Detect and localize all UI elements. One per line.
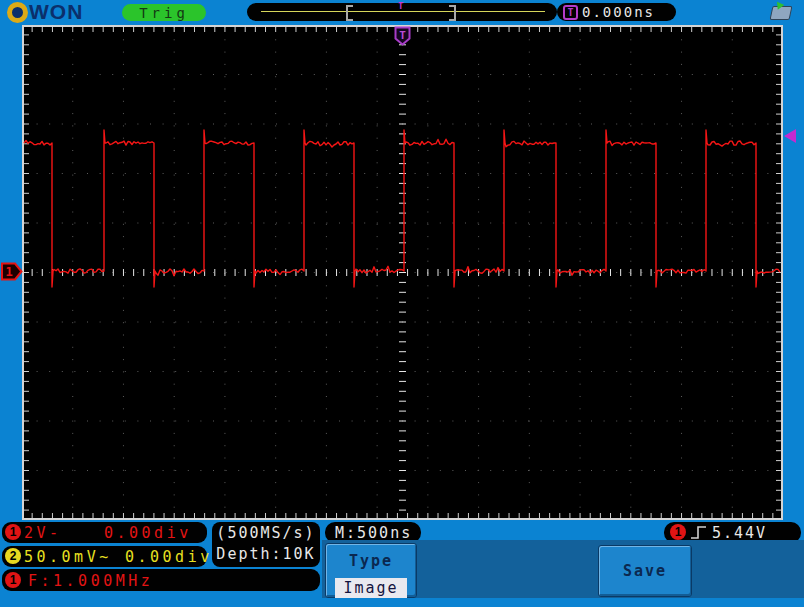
freq-measure-readout: 1 F:1.000MHz [2, 569, 320, 591]
type-value: Image [335, 578, 407, 598]
ch1-status-readout: 1 2V- 0.00div [2, 522, 207, 543]
ch1-level-marker[interactable]: 1 [1, 262, 23, 281]
sample-rate: (500MS/s) [212, 524, 320, 542]
ch1-scale: 2V- [24, 524, 62, 542]
window-bracket-left [346, 5, 353, 21]
usb-storage-icon [771, 6, 791, 20]
trigger-position-shield[interactable]: T [394, 26, 411, 46]
ch1-marker-number: 1 [5, 265, 12, 279]
save-label: Save [623, 562, 667, 580]
freq-value: F:1.000MHz [28, 572, 153, 590]
type-button[interactable]: Type Image [325, 543, 417, 598]
hpos-trigger-marker[interactable]: T [398, 1, 403, 11]
save-button[interactable]: Save [598, 545, 692, 597]
waveform-grid [22, 25, 783, 520]
ch2-status-readout: 2 50.0mV~ 0.00div [2, 546, 207, 567]
ch2-offset: 0.00div [125, 548, 213, 566]
owon-logo: WON [7, 1, 83, 23]
ch1-offset: 0.00div [104, 524, 192, 542]
owon-logo-text: WON [29, 0, 83, 24]
horizontal-position-bar: T [247, 3, 557, 21]
trigger-t-icon: T [563, 5, 578, 20]
rising-edge-icon [690, 525, 708, 540]
type-label: Type [326, 552, 416, 570]
trig-status-label: Trig [139, 5, 189, 21]
oscilloscope-screen: WON Trig T T 0.000ns T 1 1 2V- [0, 0, 804, 607]
owon-logo-o-icon [7, 2, 28, 23]
softkey-menu-panel: Type Image Save [322, 540, 804, 598]
acquire-readout: (500MS/s) Depth:10K [212, 522, 320, 567]
ch2-badge: 2 [5, 548, 21, 564]
freq-source-badge: 1 [5, 572, 21, 588]
trigger-shield-letter: T [399, 29, 406, 42]
trigger-time-readout: T 0.000ns [557, 3, 676, 21]
ch2-scale: 50.0mV~ [24, 548, 112, 566]
trigger-level-arrow[interactable] [784, 129, 796, 143]
record-depth: Depth:10K [212, 545, 320, 563]
ch1-badge: 1 [5, 524, 21, 540]
trigger-time-value: 0.000ns [582, 4, 655, 20]
record-length-line [261, 11, 545, 12]
trigger-source-badge: 1 [670, 524, 686, 540]
window-bracket-right [449, 5, 456, 21]
trig-status-badge: Trig [122, 4, 206, 21]
